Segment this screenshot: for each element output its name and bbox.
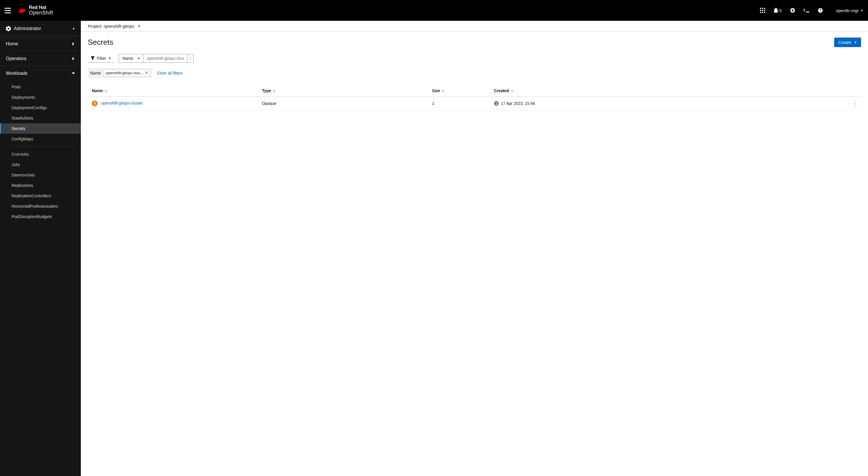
masthead: Red Hat OpenShift 5 ? opentlc-mgr ▼ <box>0 0 868 21</box>
terminal-icon[interactable] <box>804 7 809 13</box>
close-icon <box>145 71 148 74</box>
col-size[interactable]: Size⇅ <box>428 85 490 97</box>
workloads-subnav: Pods Deployments DeploymentConfigs State… <box>0 81 81 224</box>
filter-chip: openshift-gitops-clus... <box>104 69 150 76</box>
sort-icon: ⇅ <box>273 89 276 93</box>
caret-down-icon: ▼ <box>72 27 75 30</box>
svg-text:?: ? <box>819 8 821 12</box>
user-name: opentlc-mgr <box>836 8 859 13</box>
svg-rect-8 <box>764 12 765 13</box>
filter-icon <box>91 56 95 60</box>
project-name: openshift-gitops <box>104 24 134 29</box>
chevron-down-icon <box>72 71 75 75</box>
remove-chip-button[interactable] <box>145 71 148 75</box>
sort-icon: ⇅ <box>511 89 514 93</box>
brand-logo[interactable]: Red Hat OpenShift <box>18 5 54 16</box>
row-actions-kebab[interactable]: ⋮ <box>852 100 857 106</box>
import-icon[interactable] <box>790 7 796 13</box>
project-bar: Project: openshift-gitops ▼ <box>81 21 868 32</box>
nav-section-home[interactable]: Home <box>0 37 81 52</box>
user-menu[interactable]: opentlc-mgr ▼ <box>836 8 863 13</box>
globe-icon <box>494 101 499 106</box>
main-content: Project: openshift-gitops ▼ Secrets Crea… <box>81 21 868 476</box>
help-icon[interactable]: ? <box>817 7 823 13</box>
caret-down-icon: ▼ <box>861 9 863 12</box>
chevron-right-icon <box>72 57 75 60</box>
sidebar-item-pdb[interactable]: PodDisruptionBudgets <box>0 211 81 222</box>
cell-created: 17 Apr 2023, 15:46 <box>501 101 535 106</box>
caret-down-icon: ▼ <box>854 41 857 44</box>
sidebar-item-cronjobs[interactable]: CronJobs <box>0 149 81 159</box>
sidebar-item-hpa[interactable]: HorizontalPodAutoscalers <box>0 201 81 211</box>
chip-group-label: Name <box>90 71 101 76</box>
nav-section-workloads[interactable]: Workloads <box>0 66 81 81</box>
chevron-right-icon <box>72 42 75 46</box>
sidebar-item-replicationcontrollers[interactable]: ReplicationControllers <box>0 190 81 201</box>
col-name[interactable]: Name⇅ <box>88 85 258 97</box>
col-created[interactable]: Created⇅ <box>490 85 848 97</box>
sidebar-item-daemonsets[interactable]: DaemonSets <box>0 170 81 180</box>
search-input-group: / <box>144 54 193 63</box>
sidebar-item-deploymentconfigs[interactable]: DeploymentConfigs <box>0 102 81 113</box>
svg-rect-7 <box>762 12 763 13</box>
search-input[interactable] <box>144 54 187 62</box>
notification-count: 5 <box>779 8 782 13</box>
filter-attribute-dropdown[interactable]: Name ▼ <box>119 54 144 63</box>
svg-rect-5 <box>764 10 765 11</box>
notifications-button[interactable]: 5 <box>774 8 782 13</box>
sidebar-item-pods[interactable]: Pods <box>0 82 81 92</box>
chip-text: openshift-gitops-clus... <box>106 71 143 75</box>
filter-chip-group: Name openshift-gitops-clus... <box>88 68 152 78</box>
svg-rect-6 <box>760 12 761 13</box>
resource-badge-secret: S <box>92 100 98 106</box>
cell-size: 1 <box>428 97 490 110</box>
brand-text: Red Hat OpenShift <box>29 5 54 16</box>
page-title: Secrets <box>88 38 113 47</box>
svg-rect-0 <box>760 8 761 9</box>
svg-rect-2 <box>764 8 765 9</box>
filter-dropdown[interactable]: Filter ▼ <box>88 54 114 63</box>
caret-down-icon: ▼ <box>137 57 140 60</box>
bell-icon <box>774 8 778 13</box>
secrets-table: Name⇅ Type⇅ Size⇅ Created⇅ S openshift-g… <box>88 85 861 110</box>
svg-rect-3 <box>760 10 761 11</box>
sidebar: Administrator ▼ Home Operators Workloads… <box>0 21 81 476</box>
svg-rect-1 <box>762 8 763 9</box>
sidebar-item-deployments[interactable]: Deployments <box>0 92 81 102</box>
perspective-switcher[interactable]: Administrator ▼ <box>0 21 81 37</box>
sidebar-item-configmaps[interactable]: ConfigMaps <box>0 134 81 144</box>
nav-toggle-button[interactable] <box>5 6 13 14</box>
cog-icon <box>6 26 11 31</box>
create-button[interactable]: Create ▼ <box>834 37 861 47</box>
sort-icon: ⇅ <box>442 89 444 93</box>
redhat-fedora-icon <box>18 7 27 14</box>
sort-icon: ⇅ <box>104 89 107 93</box>
secret-link[interactable]: openshift-gitops-cluster <box>101 101 143 106</box>
cell-type: Opaque <box>258 97 428 110</box>
caret-down-icon: ▼ <box>138 25 141 28</box>
sidebar-item-jobs[interactable]: Jobs <box>0 159 81 170</box>
filter-chip-row: Name openshift-gitops-clus... Clear all … <box>88 68 861 78</box>
nav-section-operators[interactable]: Operators <box>0 52 81 66</box>
svg-rect-4 <box>762 10 763 11</box>
sidebar-item-replicasets[interactable]: ReplicaSets <box>0 180 81 190</box>
search-shortcut-hint: / <box>187 54 193 62</box>
app-launcher-icon[interactable] <box>760 7 766 13</box>
caret-down-icon: ▼ <box>108 57 111 60</box>
toolbar: Filter ▼ Name ▼ / <box>88 54 861 63</box>
sidebar-item-secrets[interactable]: Secrets <box>0 123 81 134</box>
clear-all-filters-link[interactable]: Clear all filters <box>157 71 183 76</box>
sidebar-item-statefulsets[interactable]: StatefulSets <box>0 113 81 123</box>
table-row: S openshift-gitops-cluster Opaque 1 17 A… <box>88 97 861 110</box>
col-type[interactable]: Type⇅ <box>258 85 428 97</box>
masthead-actions: 5 ? opentlc-mgr ▼ <box>760 7 863 13</box>
project-selector[interactable]: Project: openshift-gitops ▼ <box>88 24 141 29</box>
perspective-label: Administrator <box>14 26 41 31</box>
